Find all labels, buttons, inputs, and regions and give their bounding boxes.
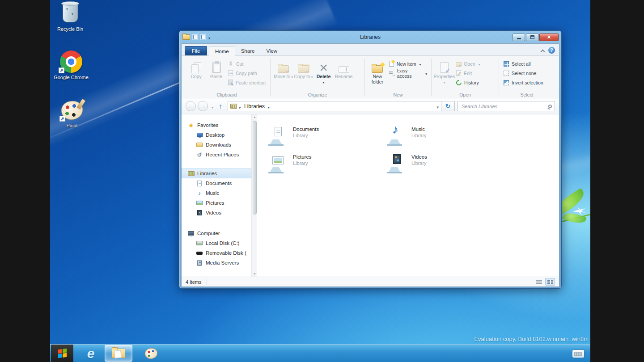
sidebar-item-videos[interactable]: Videos bbox=[182, 208, 251, 218]
tab-file[interactable]: File bbox=[185, 46, 207, 55]
sidebar-item-computer[interactable]: Computer bbox=[182, 228, 251, 238]
select-all-button[interactable]: Select all bbox=[502, 60, 545, 67]
maximize-button[interactable] bbox=[526, 34, 538, 41]
desktop-icon-label: Google Chrome bbox=[54, 75, 89, 80]
recent-pages-caret[interactable] bbox=[211, 102, 213, 110]
address-bar[interactable]: Libraries bbox=[228, 101, 441, 111]
ribbon-group-clipboard: Copy Paste Cut bbox=[184, 57, 270, 98]
qat-customize-caret[interactable] bbox=[208, 33, 210, 41]
scroll-down-arrow[interactable] bbox=[252, 271, 258, 277]
sidebar-item-local-disk[interactable]: Local Disk (C:) bbox=[182, 238, 251, 248]
move-to-button[interactable]: Move to bbox=[273, 58, 293, 80]
forward-button[interactable] bbox=[198, 101, 208, 111]
breadcrumb-chevron-icon[interactable] bbox=[267, 102, 271, 110]
search-icon bbox=[548, 105, 552, 108]
window-controls bbox=[513, 34, 559, 41]
desktop-icon-paint[interactable]: Paint bbox=[55, 98, 89, 129]
new-folder-button[interactable]: New folder bbox=[368, 58, 387, 84]
copy-button[interactable]: Copy bbox=[186, 58, 206, 79]
sidebar-item-media-servers[interactable]: Media Servers bbox=[182, 258, 251, 268]
breadcrumb-libraries[interactable]: Libraries bbox=[243, 103, 266, 109]
library-item-music[interactable]: Music Library bbox=[387, 125, 495, 146]
qat-new-folder-button[interactable] bbox=[200, 34, 206, 40]
edit-icon bbox=[456, 70, 461, 76]
properties-button[interactable]: Properties bbox=[434, 58, 454, 85]
item-count: 4 items bbox=[186, 279, 201, 285]
desktop-icon bbox=[197, 133, 203, 137]
ribbon-group-open: Properties Open Edit bbox=[432, 57, 498, 98]
sidebar-item-downloads[interactable]: Downloads bbox=[182, 140, 251, 150]
delete-button[interactable]: Delete bbox=[314, 58, 334, 85]
pictures-library-icon bbox=[269, 153, 288, 173]
rename-icon bbox=[339, 66, 349, 73]
history-button[interactable]: History bbox=[454, 79, 481, 86]
tab-home[interactable]: Home bbox=[209, 46, 235, 56]
group-label-clipboard: Clipboard bbox=[184, 92, 270, 97]
search-box[interactable] bbox=[458, 101, 555, 111]
sidebar-item-documents[interactable]: Documents bbox=[182, 178, 251, 188]
sidebar-item-music[interactable]: Music bbox=[182, 188, 251, 198]
edit-button[interactable]: Edit bbox=[454, 69, 481, 77]
refresh-button[interactable] bbox=[441, 101, 455, 111]
explorer-app-icon[interactable] bbox=[182, 34, 190, 40]
address-dropdown-caret[interactable] bbox=[436, 102, 439, 110]
thumbnails-view-button[interactable] bbox=[545, 278, 555, 286]
sidebar-scrollbar[interactable] bbox=[251, 114, 257, 277]
taskbar-file-explorer-button[interactable] bbox=[105, 345, 132, 362]
paste-shortcut-icon bbox=[228, 80, 233, 85]
touch-keyboard-tray-button[interactable] bbox=[572, 350, 584, 358]
group-separator bbox=[364, 59, 365, 96]
title-bar[interactable]: Libraries bbox=[181, 31, 559, 43]
back-button[interactable] bbox=[186, 101, 196, 111]
history-icon bbox=[455, 79, 463, 86]
breadcrumb-chevron-icon[interactable] bbox=[238, 102, 242, 110]
tab-share[interactable]: Share bbox=[235, 46, 261, 55]
invert-selection-button[interactable]: Invert selection bbox=[502, 79, 545, 86]
copy-to-button[interactable]: Copy to bbox=[293, 58, 314, 80]
easy-access-button[interactable]: Easy access bbox=[387, 69, 428, 77]
taskbar-paint-button[interactable] bbox=[139, 345, 164, 362]
close-button[interactable] bbox=[539, 34, 559, 41]
start-button[interactable] bbox=[51, 345, 73, 362]
group-label-new: New bbox=[365, 92, 431, 97]
taskbar: e bbox=[50, 344, 590, 362]
paste-button[interactable]: Paste bbox=[206, 58, 226, 79]
desktop-icon-recycle-bin[interactable]: Recycle Bin bbox=[53, 2, 88, 32]
help-icon[interactable] bbox=[548, 47, 555, 54]
cut-button[interactable]: Cut bbox=[226, 60, 267, 67]
windows-flag-icon bbox=[58, 349, 67, 358]
group-label-open: Open bbox=[432, 92, 498, 97]
ribbon-corner-buttons bbox=[541, 47, 559, 55]
pictures-icon bbox=[196, 201, 203, 205]
library-item-pictures[interactable]: Pictures Library bbox=[269, 153, 376, 173]
taskbar-internet-explorer-button[interactable]: e bbox=[79, 345, 103, 362]
scrollbar-thumb[interactable] bbox=[253, 121, 257, 215]
internet-explorer-icon: e bbox=[87, 347, 95, 360]
sidebar-item-recent-places[interactable]: Recent Places bbox=[182, 150, 251, 160]
rename-button[interactable]: Rename bbox=[334, 58, 354, 79]
file-list: Documents Library Music Library bbox=[258, 114, 559, 277]
sidebar-item-removable-disk[interactable]: Removable Disk ( bbox=[182, 248, 251, 258]
sidebar-item-favorites[interactable]: Favorites bbox=[182, 120, 251, 130]
select-none-button[interactable]: Select none bbox=[502, 69, 545, 77]
easy-access-icon bbox=[389, 70, 395, 76]
copy-path-button[interactable]: Copy path bbox=[226, 69, 267, 77]
search-input[interactable] bbox=[461, 103, 546, 109]
tab-view[interactable]: View bbox=[260, 46, 283, 55]
sidebar-item-pictures[interactable]: Pictures bbox=[182, 198, 251, 208]
minimize-ribbon-icon[interactable] bbox=[541, 49, 544, 52]
qat-properties-button[interactable] bbox=[192, 34, 198, 40]
paste-shortcut-button[interactable]: Paste shortcut bbox=[226, 79, 267, 86]
sidebar-item-desktop[interactable]: Desktop bbox=[182, 130, 251, 140]
open-button[interactable]: Open bbox=[454, 60, 481, 67]
dropdown-caret bbox=[444, 79, 445, 85]
minimize-button[interactable] bbox=[513, 34, 525, 41]
desktop-icon-google-chrome[interactable]: Google Chrome bbox=[54, 50, 89, 80]
library-item-videos[interactable]: Videos Library bbox=[387, 153, 495, 173]
library-item-documents[interactable]: Documents Library bbox=[269, 125, 376, 146]
scroll-up-arrow[interactable] bbox=[252, 114, 258, 120]
new-item-button[interactable]: New item bbox=[387, 60, 428, 67]
sidebar-item-libraries[interactable]: Libraries bbox=[182, 168, 251, 178]
up-button[interactable] bbox=[216, 101, 225, 111]
details-view-button[interactable] bbox=[534, 278, 544, 286]
